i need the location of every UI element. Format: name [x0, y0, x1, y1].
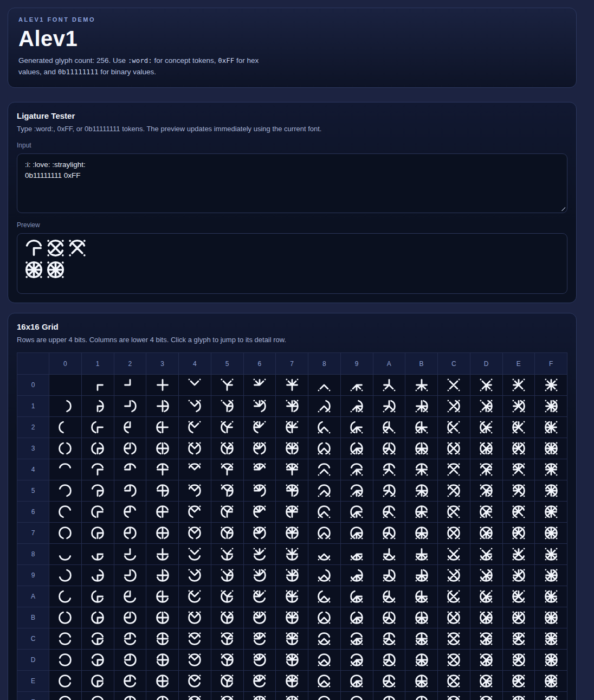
glyph-cell[interactable] [405, 480, 438, 502]
glyph-cell[interactable] [49, 586, 82, 607]
glyph-cell[interactable] [405, 417, 438, 438]
glyph-cell[interactable] [470, 396, 502, 417]
glyph-cell[interactable] [308, 375, 341, 396]
glyph-cell[interactable] [146, 480, 179, 502]
glyph-cell[interactable] [405, 459, 438, 480]
glyph-cell[interactable] [470, 417, 502, 438]
glyph-cell[interactable] [81, 565, 114, 586]
glyph-cell[interactable] [502, 565, 535, 586]
glyph-cell[interactable] [49, 607, 82, 628]
glyph-cell[interactable] [114, 544, 146, 565]
glyph-cell[interactable] [438, 480, 470, 502]
glyph-cell[interactable] [211, 459, 243, 480]
glyph-cell[interactable] [340, 523, 373, 544]
glyph-cell[interactable] [276, 628, 308, 650]
glyph-cell[interactable] [211, 586, 243, 607]
glyph-cell[interactable] [438, 459, 470, 480]
glyph-cell[interactable] [470, 523, 502, 544]
glyph-cell[interactable] [179, 671, 211, 692]
glyph-cell[interactable] [470, 586, 502, 607]
glyph-cell[interactable] [146, 396, 179, 417]
glyph-cell[interactable] [179, 692, 211, 700]
glyph-cell[interactable] [470, 607, 502, 628]
glyph-cell[interactable] [146, 628, 179, 650]
glyph-cell[interactable] [211, 544, 243, 565]
glyph-cell[interactable] [114, 396, 146, 417]
glyph-cell[interactable] [211, 650, 243, 671]
glyph-cell[interactable] [502, 459, 535, 480]
glyph-cell[interactable] [405, 502, 438, 523]
glyph-cell[interactable] [373, 417, 405, 438]
glyph-cell[interactable] [373, 438, 405, 459]
glyph-cell[interactable] [276, 396, 308, 417]
glyph-cell[interactable] [535, 544, 567, 565]
glyph-cell[interactable] [146, 375, 179, 396]
glyph-cell[interactable] [243, 628, 276, 650]
glyph-cell[interactable] [114, 565, 146, 586]
glyph-cell[interactable] [438, 417, 470, 438]
glyph-cell[interactable] [243, 396, 276, 417]
glyph-cell[interactable] [211, 671, 243, 692]
glyph-cell[interactable] [146, 671, 179, 692]
glyph-cell[interactable] [114, 459, 146, 480]
glyph-cell[interactable] [405, 650, 438, 671]
glyph-cell[interactable] [308, 396, 341, 417]
glyph-cell[interactable] [179, 459, 211, 480]
glyph-cell[interactable] [308, 628, 341, 650]
glyph-cell[interactable] [470, 438, 502, 459]
glyph-cell[interactable] [373, 671, 405, 692]
glyph-cell[interactable] [308, 438, 341, 459]
glyph-cell[interactable] [211, 607, 243, 628]
glyph-cell[interactable] [49, 480, 82, 502]
glyph-cell[interactable] [405, 692, 438, 700]
glyph-cell[interactable] [179, 417, 211, 438]
glyph-cell[interactable] [535, 523, 567, 544]
glyph-cell[interactable] [146, 502, 179, 523]
glyph-cell[interactable] [243, 480, 276, 502]
glyph-cell[interactable] [243, 607, 276, 628]
glyph-cell[interactable] [81, 628, 114, 650]
glyph-cell[interactable] [438, 607, 470, 628]
glyph-cell[interactable] [502, 692, 535, 700]
glyph-cell[interactable] [502, 586, 535, 607]
glyph-cell[interactable] [535, 586, 567, 607]
glyph-cell[interactable] [308, 692, 341, 700]
glyph-cell[interactable] [49, 628, 82, 650]
glyph-cell[interactable] [243, 565, 276, 586]
glyph-cell[interactable] [470, 671, 502, 692]
glyph-cell[interactable] [340, 417, 373, 438]
glyph-cell[interactable] [340, 650, 373, 671]
glyph-cell[interactable] [438, 565, 470, 586]
glyph-cell[interactable] [114, 607, 146, 628]
glyph-cell[interactable] [179, 565, 211, 586]
glyph-cell[interactable] [340, 480, 373, 502]
glyph-cell[interactable] [373, 459, 405, 480]
glyph-cell[interactable] [276, 459, 308, 480]
glyph-cell[interactable] [470, 459, 502, 480]
glyph-cell[interactable] [179, 523, 211, 544]
glyph-cell[interactable] [114, 692, 146, 700]
glyph-cell[interactable] [340, 671, 373, 692]
glyph-cell[interactable] [276, 671, 308, 692]
glyph-cell[interactable] [405, 671, 438, 692]
glyph-cell[interactable] [146, 650, 179, 671]
glyph-cell[interactable] [373, 375, 405, 396]
glyph-cell[interactable] [405, 523, 438, 544]
glyph-cell[interactable] [211, 480, 243, 502]
glyph-cell[interactable] [211, 628, 243, 650]
glyph-cell[interactable] [179, 650, 211, 671]
glyph-cell[interactable] [179, 544, 211, 565]
glyph-cell[interactable] [340, 544, 373, 565]
glyph-cell[interactable] [502, 628, 535, 650]
glyph-cell[interactable] [211, 396, 243, 417]
glyph-cell[interactable] [438, 375, 470, 396]
glyph-cell[interactable] [49, 375, 82, 396]
glyph-cell[interactable] [405, 607, 438, 628]
glyph-cell[interactable] [470, 650, 502, 671]
glyph-cell[interactable] [405, 375, 438, 396]
glyph-cell[interactable] [114, 438, 146, 459]
glyph-cell[interactable] [340, 692, 373, 700]
glyph-cell[interactable] [49, 692, 82, 700]
glyph-cell[interactable] [276, 438, 308, 459]
glyph-cell[interactable] [373, 607, 405, 628]
